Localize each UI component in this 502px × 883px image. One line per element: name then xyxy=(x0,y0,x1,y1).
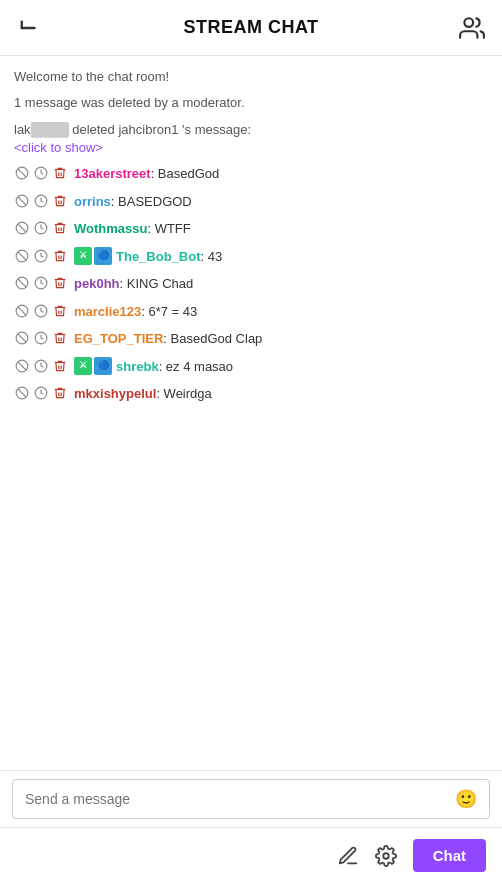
chat-message: EG_TOP_TIER: BasedGod Clap xyxy=(14,329,488,349)
svg-line-10 xyxy=(18,224,26,232)
message-text: : ez 4 masao xyxy=(159,359,233,374)
message-actions xyxy=(14,248,68,264)
chat-button[interactable]: Chat xyxy=(413,839,486,872)
message-body: The_Bob_Bot: 43 xyxy=(116,247,488,267)
message-text: : BASEDGOD xyxy=(111,194,192,209)
gear-icon[interactable] xyxy=(375,845,397,867)
ban-icon[interactable] xyxy=(14,303,30,319)
delete-icon[interactable] xyxy=(52,248,68,264)
ban-icon[interactable] xyxy=(14,220,30,236)
ban-icon[interactable] xyxy=(14,358,30,374)
badge-blue: 🔵 xyxy=(94,247,112,265)
svg-line-28 xyxy=(18,389,26,397)
message-input[interactable] xyxy=(25,791,455,807)
message-body: pek0hh: KING Chad xyxy=(74,274,488,294)
svg-point-30 xyxy=(383,853,389,859)
message-actions xyxy=(14,220,68,236)
message-actions xyxy=(14,165,68,181)
message-body: Wothmassu: WTFF xyxy=(74,219,488,239)
bottom-bar: Chat xyxy=(0,827,502,883)
svg-point-2 xyxy=(464,18,473,27)
svg-line-25 xyxy=(18,362,26,370)
input-area: 🙂 xyxy=(0,770,502,827)
username[interactable]: EG_TOP_TIER xyxy=(74,331,163,346)
svg-line-19 xyxy=(18,307,26,315)
message-body: 13akerstreet: BasedGod xyxy=(74,164,488,184)
header: STREAM CHAT xyxy=(0,0,502,56)
ban-icon[interactable] xyxy=(14,193,30,209)
chat-message: 13akerstreet: BasedGod xyxy=(14,164,488,184)
timeout-icon[interactable] xyxy=(33,248,49,264)
username[interactable]: The_Bob_Bot xyxy=(116,249,201,264)
users-icon[interactable] xyxy=(458,14,486,42)
username[interactable]: marclie123 xyxy=(74,304,141,319)
timeout-icon[interactable] xyxy=(33,165,49,181)
username[interactable]: mkxishypelul xyxy=(74,386,156,401)
chat-message: ⚔ 🔵 shrebk: ez 4 masao xyxy=(14,357,488,377)
chat-area: Welcome to the chat room! 1 message was … xyxy=(0,56,502,767)
chat-message: orrins: BASEDGOD xyxy=(14,192,488,212)
svg-line-7 xyxy=(18,197,26,205)
deleted-by-text: lak▓▓▓▓ deleted jahcibron1 's message: xyxy=(14,122,251,137)
delete-icon[interactable] xyxy=(52,358,68,374)
message-text: : WTFF xyxy=(147,221,190,236)
timeout-icon[interactable] xyxy=(33,385,49,401)
message-text: : 6*7 = 43 xyxy=(141,304,197,319)
message-body: EG_TOP_TIER: BasedGod Clap xyxy=(74,329,488,349)
username[interactable]: orrins xyxy=(74,194,111,209)
delete-icon[interactable] xyxy=(52,303,68,319)
svg-line-13 xyxy=(18,252,26,260)
pen-icon[interactable] xyxy=(337,845,359,867)
ban-icon[interactable] xyxy=(14,385,30,401)
message-text: : KING Chad xyxy=(120,276,194,291)
message-actions xyxy=(14,275,68,291)
username[interactable]: Wothmassu xyxy=(74,221,147,236)
ban-icon[interactable] xyxy=(14,248,30,264)
delete-icon[interactable] xyxy=(52,165,68,181)
chat-message: pek0hh: KING Chad xyxy=(14,274,488,294)
timeout-icon[interactable] xyxy=(33,303,49,319)
message-body: mkxishypelul: Weirdga xyxy=(74,384,488,404)
timeout-icon[interactable] xyxy=(33,220,49,236)
emoji-button[interactable]: 🙂 xyxy=(455,788,477,810)
delete-icon[interactable] xyxy=(52,193,68,209)
message-body: shrebk: ez 4 masao xyxy=(116,357,488,377)
message-actions xyxy=(14,193,68,209)
message-text: : BasedGod Clap xyxy=(163,331,262,346)
delete-icon[interactable] xyxy=(52,220,68,236)
svg-line-22 xyxy=(18,334,26,342)
chat-message: marclie123: 6*7 = 43 xyxy=(14,302,488,322)
message-input-wrapper: 🙂 xyxy=(12,779,490,819)
message-body: orrins: BASEDGOD xyxy=(74,192,488,212)
ban-icon[interactable] xyxy=(14,165,30,181)
delete-icon[interactable] xyxy=(52,385,68,401)
message-actions xyxy=(14,303,68,319)
page-title: STREAM CHAT xyxy=(183,17,318,38)
timeout-icon[interactable] xyxy=(33,275,49,291)
badge-teal: ⚔ xyxy=(74,357,92,375)
timeout-icon[interactable] xyxy=(33,330,49,346)
ban-icon[interactable] xyxy=(14,330,30,346)
click-to-show[interactable]: <click to show> xyxy=(14,140,103,155)
message-text: : Weirdga xyxy=(156,386,211,401)
ban-icon[interactable] xyxy=(14,275,30,291)
message-text: : BasedGod xyxy=(151,166,220,181)
badges: ⚔ 🔵 xyxy=(74,247,112,265)
chat-message: Wothmassu: WTFF xyxy=(14,219,488,239)
username[interactable]: pek0hh xyxy=(74,276,120,291)
chat-message: mkxishypelul: Weirdga xyxy=(14,384,488,404)
timeout-icon[interactable] xyxy=(33,193,49,209)
timeout-icon[interactable] xyxy=(33,358,49,374)
svg-line-4 xyxy=(18,169,26,177)
deleted-notice: 1 message was deleted by a moderator. xyxy=(14,94,488,112)
message-body: marclie123: 6*7 = 43 xyxy=(74,302,488,322)
badge-teal: ⚔ xyxy=(74,247,92,265)
username[interactable]: shrebk xyxy=(116,359,159,374)
deleted-message-info: lak▓▓▓▓ deleted jahcibron1 's message: <… xyxy=(14,120,488,156)
delete-icon[interactable] xyxy=(52,275,68,291)
username[interactable]: 13akerstreet xyxy=(74,166,151,181)
svg-line-16 xyxy=(18,279,26,287)
welcome-message: Welcome to the chat room! xyxy=(14,68,488,86)
delete-icon[interactable] xyxy=(52,330,68,346)
back-button[interactable] xyxy=(16,14,44,42)
